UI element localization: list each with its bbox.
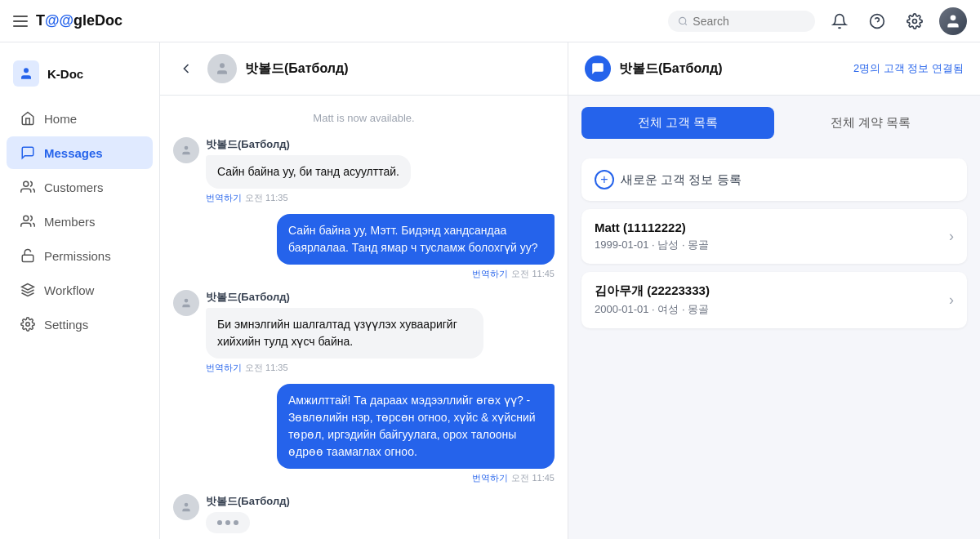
customer-name: 김아무개 (22223333) xyxy=(595,283,710,299)
tab-all-customers[interactable]: 전체 고객 목록 xyxy=(581,107,774,139)
message-bubble: Сайн байна уу, би танд асуулттай. xyxy=(206,155,411,189)
translate-link[interactable]: 번역하기 xyxy=(206,362,242,374)
contact-avatar xyxy=(207,54,237,83)
main-layout: K-Doc Home Messages Customers Members xyxy=(0,0,980,539)
sidebar-item-label: Customers xyxy=(44,180,104,194)
sidebar-item-label: Messages xyxy=(44,146,103,160)
message-time: 오전 11:35 xyxy=(245,362,288,374)
gear-icon xyxy=(906,13,923,29)
chat-contact-name: 밧볼드(Батболд) xyxy=(245,60,348,78)
right-panel: 밧볼드(Батболд) 2명의 고객 정보 연결됨 전체 고객 목록 전체 계… xyxy=(568,42,980,539)
question-icon xyxy=(869,13,885,29)
system-message: Matt is now available. xyxy=(173,112,555,124)
svg-point-5 xyxy=(951,15,956,20)
message-content: Амжилттай! Та дараах мэдээллийг өгөх үү?… xyxy=(277,384,555,484)
sidebar-item-label: Settings xyxy=(44,318,88,332)
right-panel-header: 밧볼드(Батболд) 2명의 고객 정보 연결됨 xyxy=(568,42,980,96)
add-customer-card[interactable]: + 새로운 고객 정보 등록 xyxy=(581,158,967,201)
svg-point-14 xyxy=(185,299,189,303)
message-content: 밧볼드(Батболд) Сайн байна уу, би танд асуу… xyxy=(206,137,411,204)
svg-point-13 xyxy=(185,146,189,150)
search-box[interactable] xyxy=(668,11,815,32)
message-meta: 번역하기 오전 11:35 xyxy=(206,362,483,374)
customer-card[interactable]: 김아무개 (22223333) 2000-01-01 · 여성 · 몽골 › xyxy=(581,272,967,328)
message-meta: 오전 11:45 번역하기 xyxy=(472,472,555,484)
typing-indicator xyxy=(206,512,250,533)
message-bubble: Сайн байна уу, Мэтт. Бидэнд хандсандаа б… xyxy=(277,214,555,265)
members-icon xyxy=(20,213,36,229)
message-text: Сайн байна уу, би танд асуулттай. xyxy=(217,165,399,178)
message-avatar xyxy=(173,137,199,163)
sidebar-item-label: Permissions xyxy=(44,249,111,263)
sidebar-item-label: Members xyxy=(44,215,96,229)
workflow-icon xyxy=(20,282,36,298)
right-panel-contact: 밧볼드(Батболд) xyxy=(585,56,722,82)
message-row: 밧볼드(Батболд) xyxy=(173,494,555,533)
message-row: 밧볼드(Батболд) Би эмнэлгийн шалгалтад үзүү… xyxy=(173,290,555,374)
translate-link[interactable]: 번역하기 xyxy=(206,192,242,204)
sidebar-item-label: Home xyxy=(44,112,77,126)
tab-row: 전체 고객 목록 전체 계약 목록 xyxy=(568,96,980,150)
workspace-item[interactable]: K-Doc xyxy=(0,52,159,95)
sidebar-item-customers[interactable]: Customers xyxy=(7,171,153,203)
sidebar-item-workflow[interactable]: Workflow xyxy=(7,274,153,306)
customer-meta: 2000-01-01 · 여성 · 몽골 xyxy=(595,302,710,317)
message-time: 오전 11:35 xyxy=(245,192,288,204)
settings-icon xyxy=(20,316,36,332)
messenger-icon xyxy=(585,56,611,82)
customer-card[interactable]: Matt (11112222) 1999-01-01 · 남성 · 몽골 › xyxy=(581,209,967,264)
message-text: Амжилттай! Та дараах мэдээллийг өгөх үү?… xyxy=(288,394,536,458)
messages-icon xyxy=(20,145,36,161)
chat-panel: 밧볼드(Батболд) Matt is now available. 밧볼드(… xyxy=(160,42,568,539)
back-arrow-icon xyxy=(178,60,194,77)
right-panel-contact-name: 밧볼드(Батболд) xyxy=(619,60,722,78)
svg-point-12 xyxy=(220,63,225,68)
sidebar-item-home[interactable]: Home xyxy=(7,102,153,135)
sidebar-item-members[interactable]: Members xyxy=(7,205,153,238)
user-avatar[interactable] xyxy=(939,7,967,35)
message-row: Сайн байна уу, Мэтт. Бидэнд хандсандаа б… xyxy=(173,214,555,280)
message-time: 오전 11:45 xyxy=(511,472,555,484)
sidebar-item-permissions[interactable]: Permissions xyxy=(7,239,153,272)
translate-link[interactable]: 번역하기 xyxy=(472,472,508,484)
svg-point-0 xyxy=(679,17,686,24)
sidebar: K-Doc Home Messages Customers Members xyxy=(0,42,160,539)
settings-button[interactable] xyxy=(902,8,928,34)
message-content: 밧볼드(Батболд) xyxy=(206,494,290,533)
back-button[interactable] xyxy=(173,56,199,82)
customer-info: Matt (11112222) 1999-01-01 · 남성 · 몽골 xyxy=(595,220,709,252)
customers-icon xyxy=(20,179,36,195)
svg-point-6 xyxy=(24,68,29,73)
chat-header: 밧볼드(Батболд) xyxy=(160,42,568,96)
message-meta: 오전 11:45 번역하기 xyxy=(472,268,555,280)
main-content: 밧볼드(Батболд) Matt is now available. 밧볼드(… xyxy=(160,42,980,539)
right-panel-body: + 새로운 고객 정보 등록 Matt (11112222) 1999-01-0… xyxy=(568,150,980,539)
message-time: 오전 11:45 xyxy=(511,268,555,280)
help-button[interactable] xyxy=(864,8,890,34)
message-avatar xyxy=(173,290,199,316)
message-bubble: Амжилттай! Та дараах мэдээллийг өгөх үү?… xyxy=(277,384,555,469)
tab-all-accounts[interactable]: 전체 계약 목록 xyxy=(774,107,967,139)
customer-meta: 1999-01-01 · 남성 · 몽골 xyxy=(595,238,709,252)
message-sender: 밧볼드(Батболд) xyxy=(206,494,290,509)
svg-point-4 xyxy=(913,19,917,23)
app-logo: T@@gleDoc xyxy=(36,12,122,29)
notification-button[interactable] xyxy=(826,8,853,34)
linked-count-label: 2명의 고객 정보 연결됨 xyxy=(853,61,964,76)
sidebar-item-settings[interactable]: Settings xyxy=(7,308,153,341)
menu-toggle-button[interactable] xyxy=(13,16,28,27)
translate-link[interactable]: 번역하기 xyxy=(472,268,508,280)
svg-point-8 xyxy=(24,216,29,220)
message-text: Би эмнэлгийн шалгалтад үзүүлэх хувааригй… xyxy=(217,318,457,348)
permissions-icon xyxy=(20,247,36,264)
message-content: 밧볼드(Батболд) Би эмнэлгийн шалгалтад үзүү… xyxy=(206,290,483,374)
add-icon: + xyxy=(595,170,614,189)
sidebar-item-messages[interactable]: Messages xyxy=(7,136,153,169)
svg-point-11 xyxy=(26,323,30,327)
message-bubble: Би эмнэлгийн шалгалтад үзүүлэх хувааригй… xyxy=(206,308,483,359)
svg-point-15 xyxy=(185,503,189,507)
customer-info: 김아무개 (22223333) 2000-01-01 · 여성 · 몽골 xyxy=(595,283,710,317)
chevron-right-icon: › xyxy=(949,292,954,309)
svg-marker-10 xyxy=(22,284,34,291)
search-input[interactable] xyxy=(693,15,805,28)
